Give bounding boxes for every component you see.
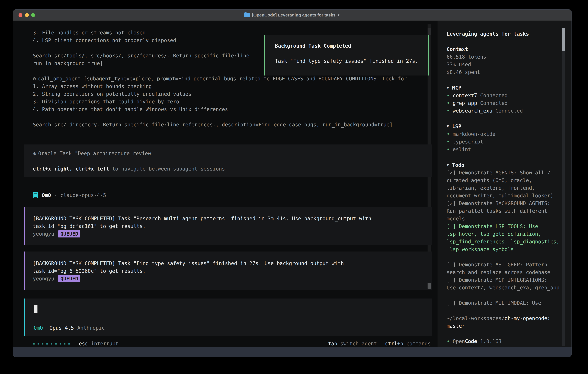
toast-title: Background Task Completed (275, 42, 428, 50)
mcp-status: Connected (495, 108, 523, 114)
tab-hint-group: tabswitch agent (328, 341, 377, 346)
prompt-input[interactable]: OmO Opus 4.5 Anthropic (24, 299, 432, 336)
workspace-path: ~/local-workspaces/oh-my-opencode: (447, 315, 561, 322)
version-number: 1.0.163 (480, 338, 502, 344)
version-name-prefix: Open (453, 338, 465, 344)
context-used: 33% used (447, 61, 561, 68)
content: 3. File handles or streams not closed 4.… (13, 21, 571, 347)
tool-call-line: 3. Division operations that could divide… (33, 98, 407, 105)
status-dot-icon: • (447, 146, 450, 152)
chevron-down-icon: ▼ (447, 85, 449, 90)
scrollback-line: run_in_background=true] (33, 60, 249, 67)
scrollback-line (33, 44, 249, 52)
spacer (33, 157, 432, 165)
message-line: [BACKGROUND TASK COMPLETED] Task "Find t… (33, 260, 432, 267)
status-dot-icon: • (447, 139, 450, 145)
oracle-hint-keys: ctrl+x right, ctrl+x left (33, 166, 109, 172)
oracle-hint-text: to navigate between subagent sessions (109, 166, 225, 172)
message-meta-row: yeongyuQUEUED (33, 275, 432, 283)
tool-call-blank (33, 113, 407, 121)
agent-separator: · (54, 192, 57, 198)
esc-key-hint: esc (79, 341, 88, 346)
esc-key-label: interrupt (91, 341, 118, 346)
input-provider-label: Anthropic (77, 325, 105, 331)
todo-section-header[interactable]: ▼Todo (447, 161, 561, 169)
spacer (447, 115, 561, 122)
window-title-text: [OpenCode] Leveraging agents for tasks (252, 13, 336, 18)
todo-item-active: [ ] Demonstrate LSP TOOLS: Use (447, 223, 561, 230)
context-heading: Context (447, 45, 561, 53)
agent-square-icon (33, 192, 38, 198)
tool-call-line: 1. Array access without bounds checking (33, 83, 407, 90)
todo-heading: Todo (452, 162, 464, 168)
input-agent-label: OmO (34, 325, 43, 331)
todo-item-done: [✓] Demonstrate BACKGROUND AGENTS: (447, 200, 561, 207)
folder-icon (244, 13, 250, 17)
lsp-section-header[interactable]: ▼LSP (447, 122, 561, 130)
tab-key-hint: tab (328, 341, 337, 346)
gear-icon: ⚙ (33, 76, 36, 82)
mcp-name: grep_app (453, 100, 477, 106)
chevron-down-icon: ▼ (447, 124, 449, 128)
message-author: yeongyu (33, 231, 54, 237)
todo-item-pending: [ ] Demonstrate MULTIMODAL: Use (447, 299, 561, 307)
lsp-item: •typescript (447, 138, 561, 146)
scrollback-line: 4. LSP client connections not properly d… (33, 37, 249, 44)
todo-item-active: lsp_workspace_symbols (447, 246, 561, 253)
queued-badge: QUEUED (58, 230, 80, 238)
todo-item-pending: [ ] Demonstrate MCP INTEGRATIONS: (447, 276, 561, 284)
message-line: [BACKGROUND TASK COMPLETED] Task "Resear… (33, 215, 432, 222)
todo-item-active: lsp_find_references, lsp_diagnostics, (447, 238, 561, 246)
scrollback-line: 3. File handles or streams not closed (33, 29, 249, 37)
main-scrollbar-top-segment[interactable] (428, 28, 431, 35)
tool-call-line: 2. String operations on potentially unde… (33, 90, 407, 98)
status-dot-icon: • (447, 93, 450, 98)
input-meta-row: OmO Opus 4.5 Anthropic (34, 324, 432, 332)
todo-item-pending: search and replace across codebase (447, 269, 561, 276)
status-dot-icon: • (447, 108, 450, 114)
moon-icon: ◐ (337, 13, 340, 18)
spacer (447, 307, 561, 315)
todo-item-pending: Use context7, websearch_exa, grep_app (447, 284, 561, 291)
ctrlp-key-hint: ctrl+p (385, 341, 403, 346)
scrollback-text: 3. File handles or streams not closed 4.… (33, 29, 249, 67)
todo-item-done: document-writer, multimodal-looker) (447, 192, 561, 200)
mcp-item: •context7Connected (447, 92, 561, 99)
tool-call-line: 4. Path operations that don't handle Win… (33, 105, 407, 113)
todo-item-done: librarian, explore, frontend, (447, 184, 561, 192)
mcp-section-header[interactable]: ▼MCP (447, 84, 561, 92)
ctrlp-key-label: commands (406, 341, 431, 346)
oracle-hint-row: ctrl+x right, ctrl+x left to navigate be… (33, 165, 432, 173)
background-task-message: [BACKGROUND TASK COMPLETED] Task "Resear… (24, 207, 432, 245)
queued-badge: QUEUED (58, 275, 80, 282)
context-tokens: 66,518 tokens (447, 53, 561, 61)
sidebar-scrollbar-thumb[interactable] (562, 28, 565, 51)
message-author: yeongyu (33, 276, 54, 281)
todo-item-pending: [ ] Demonstrate AST-GREP: Pattern (447, 261, 561, 269)
background-task-message: [BACKGROUND TASK COMPLETED] Task "Find t… (24, 251, 432, 290)
lsp-item: •markdown-oxide (447, 130, 561, 138)
input-model-label: Opus 4.5 (50, 325, 74, 331)
main-scrollbar-thumb[interactable] (428, 283, 431, 289)
sidebar-scrollbar-track[interactable] (562, 51, 565, 346)
toast-body: Task "Find type safety issues" finished … (275, 57, 428, 65)
mcp-status: Connected (480, 100, 508, 106)
message-meta-row: yeongyuQUEUED (33, 230, 432, 238)
titlebar: [OpenCode] Leveraging agents for tasks ◐ (13, 10, 571, 21)
context-spent: $0.46 spent (447, 68, 561, 76)
window-bottom-strip (13, 347, 571, 357)
lsp-heading: LSP (452, 124, 461, 129)
todo-item-done: curated agents (OmO, oracle, (447, 177, 561, 184)
tool-call-head-text: call_omo_agent [subagent_type=explore, p… (38, 76, 407, 82)
oracle-task-panel: ◉Oracle Task "Deep architecture review" … (24, 145, 432, 177)
mcp-status: Connected (480, 93, 508, 98)
version-row: •OpenCode1.0.163 (447, 338, 561, 345)
todo-item-done: models (447, 215, 561, 223)
tool-call-tail: Search src/ directory. Return specific f… (33, 121, 407, 129)
spacer (447, 291, 561, 299)
todo-item-active: lsp_hover, lsp_goto_definition, (447, 230, 561, 238)
text-cursor (34, 305, 37, 313)
sidebar-content: Leveraging agents for tasks Context 66,5… (438, 21, 571, 345)
agent-header: OmO · claude-opus-4-5 (33, 191, 106, 199)
workspace-path-prefix: ~/local-workspaces/ (447, 315, 504, 321)
